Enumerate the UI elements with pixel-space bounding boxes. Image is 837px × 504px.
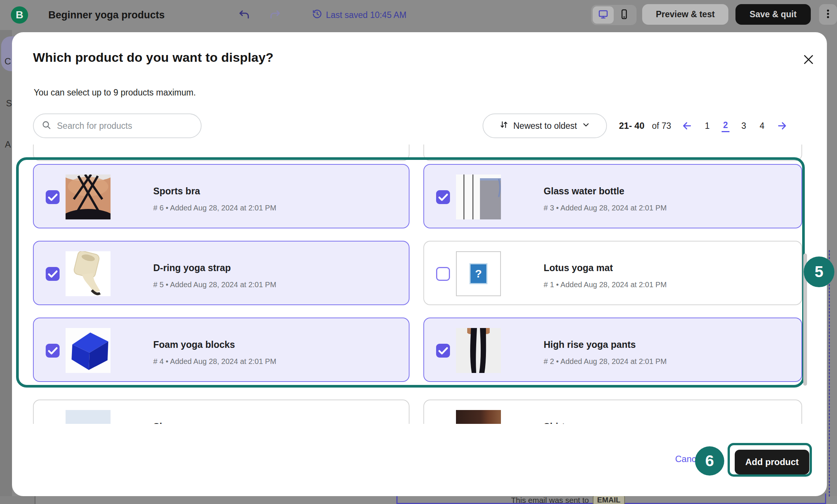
product-checkbox-checked[interactable] [46, 267, 60, 281]
desktop-icon [598, 9, 608, 21]
product-title: Shirt [544, 421, 565, 424]
preview-test-button[interactable]: Preview & test [642, 4, 728, 25]
top-bar: B Beginner yoga products Last saved 10:4… [0, 0, 837, 30]
product-title: Glass water bottle [544, 186, 624, 197]
product-checkbox-checked[interactable] [46, 344, 60, 358]
chevron-down-icon [581, 120, 590, 131]
product-card[interactable]: ?Lotus yoga mat# 1 • Added Aug 28, 2024 … [423, 241, 802, 305]
check-icon [46, 267, 60, 281]
shirt-image [456, 410, 501, 424]
product-card[interactable]: Sports bra# 6 • Added Aug 28, 2024 at 2:… [33, 164, 410, 228]
undo-button[interactable] [238, 9, 250, 21]
redo-icon [269, 16, 281, 22]
yoga-strap-image [66, 251, 111, 296]
kebab-icon [822, 8, 834, 21]
product-title: Lotus yoga mat [544, 262, 613, 273]
product-image [66, 174, 111, 219]
product-checkbox-checked[interactable] [436, 344, 450, 358]
pagination-page-3[interactable]: 3 [740, 120, 748, 132]
tutorial-step-6-badge: 6 [695, 446, 724, 476]
search-icon [41, 120, 52, 132]
logo-letter: B [16, 9, 23, 21]
product-meta: # 1 • Added Aug 28, 2024 at 2:01 PM [544, 280, 667, 289]
clipped-card [423, 145, 802, 161]
history-clock-icon [312, 9, 322, 21]
shoes-image [66, 410, 111, 424]
app-logo[interactable]: B [11, 6, 28, 24]
redo-button[interactable] [269, 9, 281, 21]
product-image [66, 251, 111, 296]
last-saved-status: Last saved 10:45 AM [312, 0, 407, 30]
modal-title: Which product do you want to display? [33, 50, 274, 65]
check-icon [436, 344, 450, 358]
pagination-total: of 73 [652, 121, 671, 131]
last-saved-text: Last saved 10:45 AM [326, 10, 407, 20]
sort-label: Newest to oldest [513, 121, 577, 131]
pagination-next-arrow[interactable] [776, 120, 788, 131]
product-title: High rise yoga pants [544, 339, 636, 350]
sidebar-item-styles: S [6, 98, 12, 109]
sports-bra-image [66, 174, 111, 219]
email-footer-sentence: This email was sent to [511, 496, 589, 504]
product-card[interactable]: High rise yoga pants# 2 • Added Aug 28, … [423, 318, 802, 382]
product-card[interactable]: Glass water bottle# 3 • Added Aug 28, 20… [423, 164, 802, 228]
add-product-button[interactable]: Add product [735, 450, 809, 474]
pagination-page-4[interactable]: 4 [758, 120, 766, 132]
background-selection-dashed-outline [829, 250, 830, 497]
product-checkbox-checked[interactable] [436, 190, 450, 204]
background-panel-edge [0, 496, 36, 504]
modal-subtitle: You can select up to 9 products maximum. [34, 88, 196, 98]
mobile-icon [619, 9, 629, 21]
device-toggle [591, 5, 637, 25]
yoga-pants-image [456, 328, 501, 373]
product-card[interactable]: D-ring yoga strap# 5 • Added Aug 28, 202… [33, 241, 410, 305]
tutorial-annotation-add-box: Add product [728, 443, 812, 477]
broken-image-placeholder: ? [456, 251, 501, 296]
pagination-range: 21- 40 [619, 121, 644, 131]
yoga-blocks-image [66, 328, 111, 373]
desktop-view-toggle[interactable] [593, 6, 614, 24]
product-image [66, 410, 111, 424]
product-title: Foam yoga blocks [153, 339, 235, 350]
product-image [456, 328, 501, 373]
product-meta: # 4 • Added Aug 28, 2024 at 2:01 PM [153, 357, 276, 366]
broken-image-icon: ? [471, 264, 486, 283]
product-list-scroll-area[interactable]: Sports bra# 6 • Added Aug 28, 2024 at 2:… [12, 145, 827, 424]
email-merge-tag: EMAIL [593, 495, 625, 504]
check-icon [46, 190, 60, 204]
search-input[interactable] [57, 121, 193, 131]
product-checkbox-checked[interactable] [46, 190, 60, 204]
sidebar-item-add: A [5, 139, 11, 150]
product-title: Shoes [153, 421, 181, 424]
product-image: ? [456, 251, 501, 296]
product-card[interactable]: Foam yoga blocks# 4 • Added Aug 28, 2024… [33, 318, 410, 382]
product-picker-modal: Which product do you want to display? Yo… [12, 32, 827, 496]
product-title: Sports bra [153, 186, 200, 197]
mobile-view-toggle[interactable] [614, 6, 635, 24]
product-image [66, 328, 111, 373]
check-icon [436, 190, 450, 204]
product-checkbox-unchecked[interactable] [436, 267, 450, 281]
clipped-card [33, 145, 410, 161]
product-meta: # 6 • Added Aug 28, 2024 at 2:01 PM [153, 204, 276, 212]
pagination-prev-arrow[interactable] [682, 120, 693, 131]
more-options-button[interactable] [819, 4, 837, 25]
sidebar-item-content: C [4, 56, 11, 67]
close-icon[interactable] [800, 52, 817, 68]
save-quit-button[interactable]: Save & quit [735, 4, 811, 25]
product-meta: # 3 • Added Aug 28, 2024 at 2:01 PM [544, 204, 667, 212]
product-card-clipped[interactable]: Shoes [33, 400, 410, 424]
product-title: D-ring yoga strap [153, 262, 231, 273]
product-search [33, 113, 202, 138]
product-grid: Sports bra# 6 • Added Aug 28, 2024 at 2:… [33, 164, 802, 382]
check-icon [46, 344, 60, 358]
sort-dropdown[interactable]: Newest to oldest [483, 113, 607, 138]
pagination-page-1[interactable]: 1 [703, 120, 711, 132]
product-card-clipped[interactable]: Shirt [423, 400, 802, 424]
product-meta: # 5 • Added Aug 28, 2024 at 2:01 PM [153, 280, 276, 289]
undo-icon [238, 16, 250, 22]
document-title: Beginner yoga products [48, 0, 165, 30]
pagination-page-2[interactable]: 2 [722, 119, 729, 132]
sort-icon [499, 120, 509, 132]
product-image [456, 174, 501, 219]
